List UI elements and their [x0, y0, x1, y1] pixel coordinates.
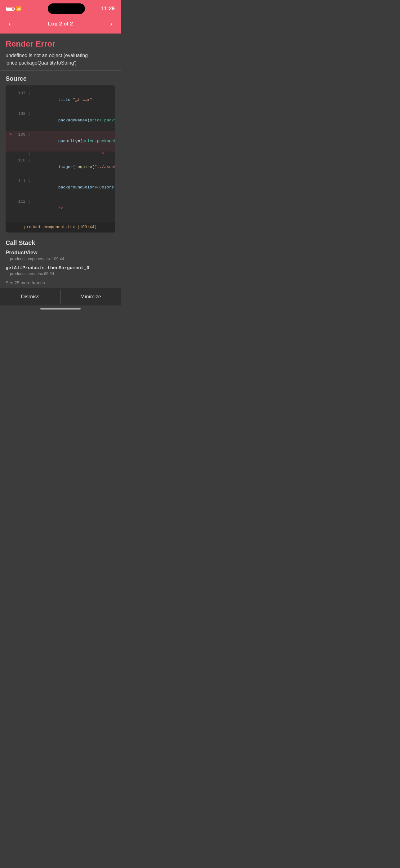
line-indicator-108 — [9, 111, 15, 117]
wifi-icon: 📶 — [16, 6, 22, 11]
line-indicator-107 — [9, 90, 15, 97]
error-header: Render Error undefined is not an object … — [0, 34, 121, 71]
code-line-110: 110 | image={require("../assets/surprise… — [6, 157, 115, 177]
call-stack-file-0: product.component.tsx:109:44 — [6, 256, 115, 261]
call-stack-section: Call Stack ProductView product.component… — [0, 235, 121, 288]
line-number-111: 111 — [16, 178, 26, 185]
code-footer: product.component.tsx (109:44) — [6, 222, 115, 232]
source-title: Source — [6, 75, 115, 82]
line-number-109: 109 — [16, 132, 26, 138]
battery-icon — [6, 7, 14, 11]
code-line-109: > 109 | quantity={price.packageQuantity.… — [6, 131, 115, 152]
dismiss-button[interactable]: Dismiss — [0, 288, 61, 306]
status-time: 11:29 — [101, 6, 115, 12]
status-bar: 📶 · · · · 11:29 — [0, 0, 121, 16]
caret-indicator: ^ — [34, 152, 105, 156]
caret-line: | ^ — [6, 152, 115, 157]
code-line-108: 108 | packageName={price.packingRtlName} — [6, 110, 115, 131]
prev-log-button[interactable]: ‹ — [6, 19, 13, 29]
line-indicator-111 — [9, 178, 15, 185]
call-stack-title: Call Stack — [6, 239, 115, 247]
line-number-112: 112 — [16, 199, 26, 205]
source-section: Source 107 | title="حبة في" 108 | packag… — [0, 71, 121, 235]
code-block: 107 | title="حبة في" 108 | packageName={… — [6, 85, 115, 232]
call-stack-name-1: getAllProducts.then$argument_0 — [6, 266, 115, 271]
code-line-111: 111 | backgroundColor={Colors.primary400… — [6, 178, 115, 198]
bottom-bar: Dismiss Minimize — [0, 288, 121, 306]
content: Render Error undefined is not an object … — [0, 34, 121, 288]
home-indicator — [0, 306, 121, 313]
render-error-title: Render Error — [6, 39, 115, 49]
call-stack-item-1: getAllProducts.then$argument_0 product.s… — [6, 266, 115, 276]
error-message: undefined is not an object (evaluating '… — [6, 52, 115, 67]
code-line-107: 107 | title="حبة في" — [6, 90, 115, 110]
line-number-107: 107 — [16, 90, 26, 97]
see-more-frames[interactable]: See 25 more frames — [6, 280, 115, 285]
nav-title: Log 2 of 2 — [48, 21, 73, 27]
minimize-button[interactable]: Minimize — [61, 288, 121, 306]
line-number-110: 110 — [16, 157, 26, 164]
next-log-button[interactable]: › — [108, 19, 115, 29]
line-indicator-109: > — [9, 132, 15, 138]
code-line-112: 112 | /> — [6, 198, 115, 219]
home-bar — [40, 308, 80, 310]
line-indicator-112 — [9, 199, 15, 205]
nav-bar: ‹ Log 2 of 2 › — [0, 16, 121, 34]
call-stack-file-1: product.screen.tsx:69:24 — [6, 271, 115, 276]
call-stack-item-0: ProductView product.component.tsx:109:44 — [6, 250, 115, 261]
dynamic-island — [48, 3, 85, 14]
line-indicator-110 — [9, 157, 15, 164]
signal-dots-icon: · · · · — [23, 7, 31, 10]
line-number-108: 108 — [16, 111, 26, 117]
call-stack-name-0: ProductView — [6, 250, 115, 256]
status-left: 📶 · · · · — [6, 6, 31, 11]
